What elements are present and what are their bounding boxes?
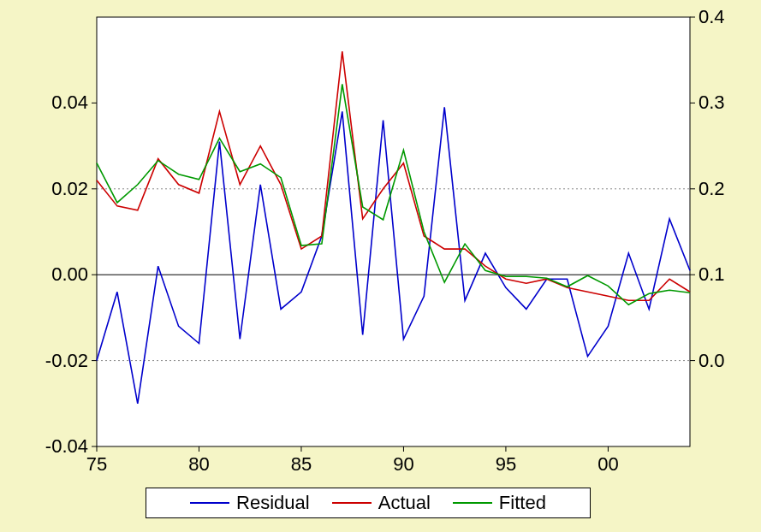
y-left-tick-label: -0.02: [45, 350, 88, 371]
legend: Residual Actual Fitted: [146, 488, 591, 518]
y-right-tick-label: 0.4: [699, 6, 725, 27]
legend-item-actual: Actual: [332, 492, 431, 514]
legend-swatch: [453, 502, 492, 504]
chart-container: { "legend": { "residual": "Residual", "a…: [0, 0, 761, 532]
legend-label: Residual: [236, 492, 310, 514]
y-right-tick-label: 0.1: [699, 263, 725, 285]
legend-swatch: [332, 502, 372, 504]
y-left-tick-label: 0.04: [51, 92, 88, 113]
x-tick-label: 00: [598, 453, 618, 475]
y-right-tick-label: 0.2: [699, 178, 725, 199]
legend-label: Actual: [378, 492, 431, 514]
y-left-tick-label: 0.02: [51, 178, 88, 199]
legend-swatch: [190, 502, 229, 504]
y-right-tick-label: 0.3: [699, 92, 725, 113]
chart-svg: -0.04-0.020.000.020.04 0.00.10.20.30.4 7…: [0, 0, 761, 532]
x-tick-label: 80: [188, 453, 209, 475]
legend-label: Fitted: [499, 492, 546, 514]
x-tick-label: 85: [291, 453, 312, 475]
legend-item-residual: Residual: [190, 492, 310, 514]
legend-item-fitted: Fitted: [453, 492, 546, 514]
x-tick-label: 75: [86, 453, 107, 475]
x-tick-label: 90: [393, 453, 413, 475]
y-right-tick-label: 0.0: [699, 350, 725, 371]
y-left-tick-label: -0.04: [45, 435, 88, 457]
y-left-tick-label: 0.00: [51, 263, 88, 285]
x-tick-label: 95: [496, 453, 516, 475]
